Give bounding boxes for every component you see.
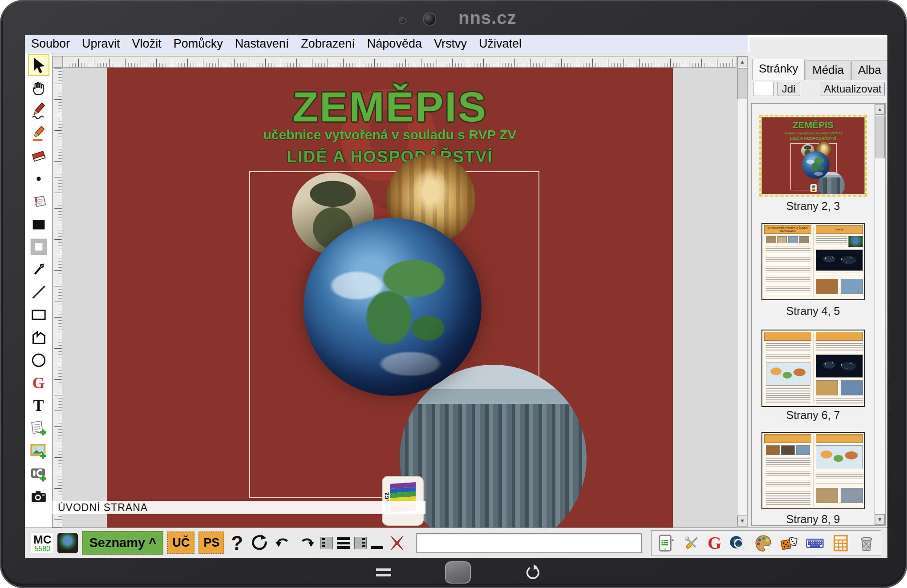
add-note-tool-button[interactable] <box>28 417 49 439</box>
hand-icon <box>30 79 48 97</box>
rectangle-tool-button[interactable] <box>28 304 49 326</box>
search-input[interactable] <box>416 533 642 553</box>
pan-tool-button[interactable] <box>28 77 49 99</box>
pencil-tool-button[interactable] <box>28 100 49 121</box>
thumbnail-pages-4-5[interactable]: OPAKOVÁNÍ EVROPA A ČESKÁ REPUBLIKA ÚVOD <box>761 223 865 300</box>
thumb-scroll-up-button[interactable]: ▲ <box>875 104 885 115</box>
eraser-tool-button[interactable] <box>28 145 49 167</box>
add-interactive-tool-button[interactable] <box>28 463 49 484</box>
polygon-tool-button[interactable] <box>28 326 49 348</box>
camera-tool-button[interactable] <box>28 485 49 507</box>
ellipse-tool-button[interactable] <box>28 349 49 371</box>
line-tool-button[interactable] <box>28 281 49 303</box>
canvas-scrollbar-track[interactable] <box>737 67 747 516</box>
menu-zobrazeni[interactable]: Zobrazení <box>301 37 355 51</box>
thumbnail-pages-6-7[interactable] <box>761 330 865 407</box>
thumbnail-list: ZEMĚPIS učebnice vytvořená v souladu s R… <box>751 103 886 526</box>
scroll-up-icon: ▲ <box>740 59 745 65</box>
menu-vlozit[interactable]: Vložit <box>132 37 162 51</box>
menu-upravit[interactable]: Upravit <box>82 37 120 51</box>
frame-icon <box>30 238 48 256</box>
book-preview-thumb[interactable] <box>57 533 78 553</box>
palette-button[interactable] <box>753 533 773 553</box>
cover-title: ZEMĚPIS <box>107 83 673 131</box>
thumbnail-scrollbar-thumb[interactable] <box>875 116 885 158</box>
refresh-icon <box>250 534 269 552</box>
frame-tool-button[interactable] <box>28 236 49 258</box>
polygon-icon <box>30 329 48 346</box>
thumbnail-spread-image: OPAKOVÁNÍ EVROPA A ČESKÁ REPUBLIKA ÚVOD <box>761 223 865 300</box>
calculator-button[interactable] <box>831 533 850 553</box>
dice-button[interactable] <box>779 533 799 553</box>
note-flag-tool-button[interactable] <box>28 190 49 212</box>
canvas-viewport[interactable]: 9 ZEMĚPIS učebnice vytvořená v souladu s… <box>62 68 737 528</box>
thumbnail-scrollbar-track[interactable] <box>875 115 885 514</box>
cover-series: LIDÉ A HOSPODÁŘSTVÍ <box>107 148 673 166</box>
filled-rect-tool-button[interactable] <box>28 213 49 235</box>
cursor-arrow-icon <box>30 56 48 74</box>
thumbnail-pages-8-9[interactable] <box>761 432 865 509</box>
ps-button[interactable]: PS <box>198 532 224 554</box>
add-image-icon <box>30 442 48 460</box>
keyboard-button[interactable] <box>805 533 825 553</box>
text-t-icon: T <box>33 396 44 415</box>
menu-nastaveni[interactable]: Nastavení <box>235 37 289 51</box>
go-button[interactable]: Jdi <box>777 82 800 96</box>
menu-soubor[interactable]: Soubor <box>31 37 70 51</box>
scroll-down-button[interactable]: ▼ <box>737 516 747 526</box>
undo-button[interactable] <box>273 533 293 553</box>
select-tool-button[interactable] <box>28 54 49 76</box>
help-button[interactable]: ? <box>231 532 243 554</box>
bezel-home-button[interactable] <box>445 561 471 584</box>
pages-panel: Stránky Média Alba Jdi Aktualizovat ZEMĚ… <box>749 37 887 528</box>
mini-publisher-logo <box>810 184 817 192</box>
menu-lines-button[interactable] <box>337 537 350 549</box>
front-camera-icon <box>423 12 436 26</box>
photo-earth-globe <box>304 218 482 396</box>
tab-alba[interactable]: Alba <box>851 60 887 80</box>
google-search-button[interactable]: G <box>708 532 721 553</box>
rectangle-icon <box>30 306 48 324</box>
tab-media[interactable]: Média <box>806 60 850 80</box>
toggle-left-panel-button[interactable] <box>320 537 333 549</box>
menu-pomucky[interactable]: Pomůcky <box>174 37 223 51</box>
glossary-tool-button[interactable]: G <box>28 372 49 394</box>
highlighter-tool-button[interactable] <box>28 122 49 144</box>
text-tool-button[interactable]: T <box>28 395 49 416</box>
uc-button[interactable]: UČ <box>167 532 194 554</box>
trash-button[interactable] <box>857 533 876 553</box>
canvas-scrollbar-thumb[interactable] <box>737 68 747 99</box>
bezel-back-button[interactable] <box>524 564 541 581</box>
settings-tools-button[interactable] <box>682 533 701 553</box>
point-tool-button[interactable] <box>28 168 49 189</box>
pen-tool-button[interactable] <box>28 258 49 280</box>
bezel-menu-button[interactable] <box>376 568 391 576</box>
dot-icon <box>30 170 48 188</box>
photo-farm-worker <box>469 234 562 327</box>
toggle-right-panel-button[interactable] <box>354 537 367 549</box>
refresh-thumbnails-button[interactable]: Aktualizovat <box>821 82 885 96</box>
page-status-label: ÚVODNÍ STRANA <box>53 501 425 514</box>
close-button[interactable] <box>387 533 407 553</box>
thumbnail-scrollbar[interactable]: ▲ ▼ <box>875 104 885 525</box>
add-image-tool-button[interactable] <box>28 440 49 462</box>
palette-icon <box>754 534 773 552</box>
page-number-input[interactable] <box>753 82 773 96</box>
seznamy-button[interactable]: Seznamy ^ <box>82 531 163 555</box>
menu-uzivatel[interactable]: Uživatel <box>479 37 522 51</box>
device-keyboard-button[interactable] <box>656 533 676 553</box>
minimize-button[interactable] <box>371 537 383 549</box>
reload-button[interactable] <box>250 533 269 553</box>
book-cover-page: 9 ZEMĚPIS učebnice vytvořená v souladu s… <box>107 68 673 528</box>
trash-icon <box>857 534 876 552</box>
mc-label: MC <box>33 534 51 545</box>
canvas-scrollbar[interactable]: ▲ ▼ <box>737 56 748 527</box>
menu-napoveda[interactable]: Nápověda <box>367 37 422 51</box>
globe-search-button[interactable] <box>728 533 747 553</box>
thumbnail-pages-2-3[interactable]: ZEMĚPIS učebnice vytvořená v souladu s R… <box>761 117 865 194</box>
tab-stranky[interactable]: Stránky <box>752 59 805 80</box>
scroll-up-button[interactable]: ▲ <box>737 56 747 67</box>
thumb-scroll-down-button[interactable]: ▼ <box>875 514 885 525</box>
redo-button[interactable] <box>297 533 316 553</box>
menu-vrstvy[interactable]: Vrstvy <box>434 37 467 51</box>
